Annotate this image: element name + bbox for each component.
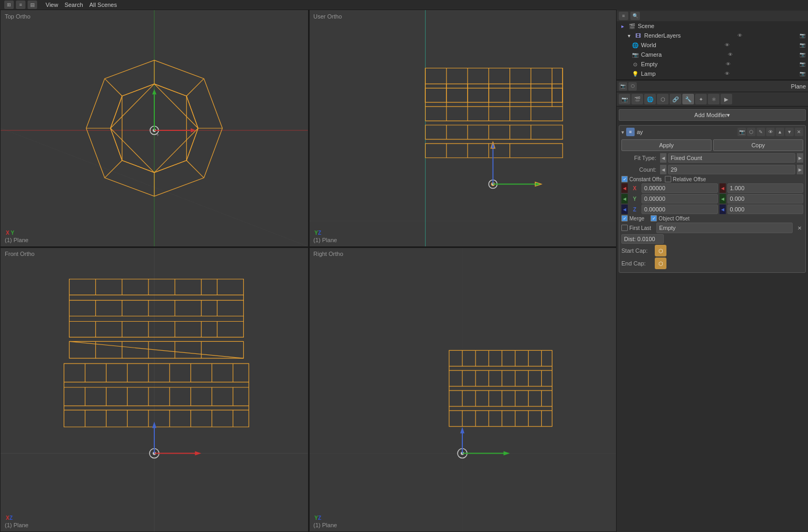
mod-ctrl-camera[interactable]: 📷 [737,128,746,136]
fit-type-arrow-right[interactable]: ▶ [797,153,803,163]
dist-value[interactable]: Dist: 0.0100 [621,234,664,244]
outliner-item-renderlayers[interactable]: ▾ 🎞 RenderLayers 👁 📷 [623,31,808,40]
lamp-eye-icon[interactable]: 👁 [723,70,731,77]
prop-camera-icon[interactable]: 📷 [619,82,627,91]
firstlast-item[interactable]: First Last [621,225,651,231]
svg-marker-162 [152,422,156,428]
empty-eye-icon[interactable]: 👁 [724,60,732,68]
fit-type-arrow-left[interactable]: ◀ [660,153,666,163]
x-rel-text: 1.000 [730,185,745,191]
camera-render-icon[interactable]: 📷 [798,51,806,58]
prop-icon-more[interactable]: ▶ [721,94,732,104]
camera-eye-icon[interactable]: 👁 [726,51,734,58]
count-value[interactable]: 29 [668,165,795,174]
menu-search[interactable]: Search [65,2,83,8]
mod-ctrl-up[interactable]: ▲ [776,128,784,136]
x-const-value[interactable]: 0.00000 [642,183,718,193]
svg-line-24 [122,161,154,173]
lamp-render-icon[interactable]: 📷 [798,70,806,77]
prop-icon-object[interactable]: ⬡ [657,94,669,104]
outliner-world-label: World [641,42,656,48]
y-rel-left[interactable]: ◀ [719,194,726,203]
z-rel-left[interactable]: ◀ [719,205,726,214]
count-arrow-right[interactable]: ▶ [797,165,803,174]
prop-icon-world[interactable]: 🌐 [644,94,656,104]
viewport-bottom-right-label: Right Ortho [313,251,343,257]
scene-icon: ▸ [619,22,626,30]
prop-object-icon[interactable]: ⬡ [628,82,637,91]
start-cap-button[interactable]: ⬡ [655,245,666,256]
z-rel-value[interactable]: 0.000 [727,205,804,214]
prop-icon-scene[interactable]: 🎬 [631,94,643,104]
viewport-top-right[interactable]: User Ortho [309,10,617,247]
constant-offs-item[interactable]: ✓ Constant Offs [621,176,662,182]
world-eye-icon[interactable]: 👁 [724,41,731,49]
x-rel-left[interactable]: ◀ [719,183,726,193]
fit-type-value[interactable]: Fixed Count [668,153,795,163]
relative-offs-checkbox[interactable] [665,176,671,182]
outliner-item-scene[interactable]: ▸ 🎬 Scene [617,21,808,31]
merge-item[interactable]: ✓ Merge [621,215,644,221]
y-rel-value[interactable]: 0.000 [727,194,804,203]
mod-ctrl-down[interactable]: ▼ [785,128,794,136]
firstlast-checkbox[interactable] [621,225,628,231]
layout-icon: ▤ [28,1,37,9]
viewport-top-left[interactable]: Top Ortho [0,10,309,247]
modifier-expand-icon[interactable]: ▾ [621,129,624,135]
menu-view[interactable]: View [46,2,58,8]
obj-offset-item[interactable]: ✓ Object Offset [651,215,689,221]
outliner-item-world[interactable]: 🌐 World 👁 📷 [629,40,808,50]
svg-rect-227 [449,411,552,427]
x-rel-value[interactable]: 1.000 [727,183,804,193]
mod-ctrl-close[interactable]: ✕ [795,128,803,136]
mod-ctrl-view[interactable]: 👁 [766,128,775,136]
empty-render-icon[interactable]: 📷 [798,60,806,68]
z-const-value[interactable]: 0.00000 [642,205,718,214]
prop-icon-render[interactable]: 📷 [619,94,630,104]
camera-icon: 📷 [631,51,639,58]
outliner-item-camera[interactable]: 📷 Camera 👁 📷 [629,50,808,59]
constant-offs-checkbox[interactable]: ✓ [621,176,628,182]
prop-icon-constraints[interactable]: 🔗 [670,94,681,104]
outliner-search-icon[interactable]: 🔍 [630,12,640,20]
viewport-bottom-right-canvas [309,247,616,531]
y-const-value[interactable]: 0.00000 [642,194,718,203]
copy-button[interactable]: Copy [713,139,803,151]
top-bar-menu[interactable]: View Search All Scenes [41,2,121,8]
relative-offs-item[interactable]: Relative Offse [665,176,706,182]
x-left-arrow[interactable]: ◀ [621,183,628,193]
svg-marker-242 [460,427,464,433]
world-render-icon[interactable]: 📷 [798,41,806,49]
merge-checkbox[interactable]: ✓ [621,215,628,221]
prop-icon-modifiers[interactable]: 🔧 [682,94,694,104]
prop-icon-particles[interactable]: ✦ [695,94,707,104]
end-cap-button[interactable]: ⬡ [655,258,666,269]
outliner-filter-icon[interactable]: ≡ [619,12,628,20]
outliner-item-lamp[interactable]: 💡 Lamp 👁 📷 [629,69,808,78]
mod-ctrl-edit[interactable]: ✎ [757,128,765,136]
merge-row: ✓ Merge ✓ Object Offset [621,215,803,221]
prop-icon-physics[interactable]: ⚛ [708,94,719,104]
viewport-top-right-label: User Ortho [313,13,342,20]
empty-dropdown[interactable]: Empty [656,223,793,233]
z-left-arrow[interactable]: ◀ [621,205,628,214]
count-arrow-left[interactable]: ◀ [660,165,666,174]
obj-offset-checkbox[interactable]: ✓ [651,215,657,221]
info-icon: ≡ [16,1,25,9]
outliner-item-empty[interactable]: ⊙ Empty 👁 📷 [629,59,808,69]
apply-button[interactable]: Apply [621,139,712,151]
apply-copy-row: Apply Copy [621,139,803,151]
viewport-bottom-left[interactable]: Front Ortho [0,247,309,532]
renderlayers-render-icon[interactable]: 📷 [798,32,806,39]
renderlayers-eye-icon[interactable]: 👁 [736,32,743,39]
menu-all-scenes[interactable]: All Scenes [90,2,117,8]
outliner-camera-label: Camera [641,51,662,58]
y-left-arrow[interactable]: ◀ [621,194,628,203]
empty-x-btn[interactable]: ✕ [796,224,803,232]
outliner-renderlayers-label: RenderLayers [644,32,681,39]
mod-ctrl-render[interactable]: ⬡ [747,128,756,136]
copy-label: Copy [751,142,765,148]
viewport-bottom-right[interactable]: Right Ortho [309,247,617,532]
modifier-block-header: ▾ ≡ ay 📷 ⬡ ✎ 👁 ▲ ▼ ✕ [621,128,803,136]
add-modifier-button[interactable]: Add Modifier ▾ [619,109,806,121]
